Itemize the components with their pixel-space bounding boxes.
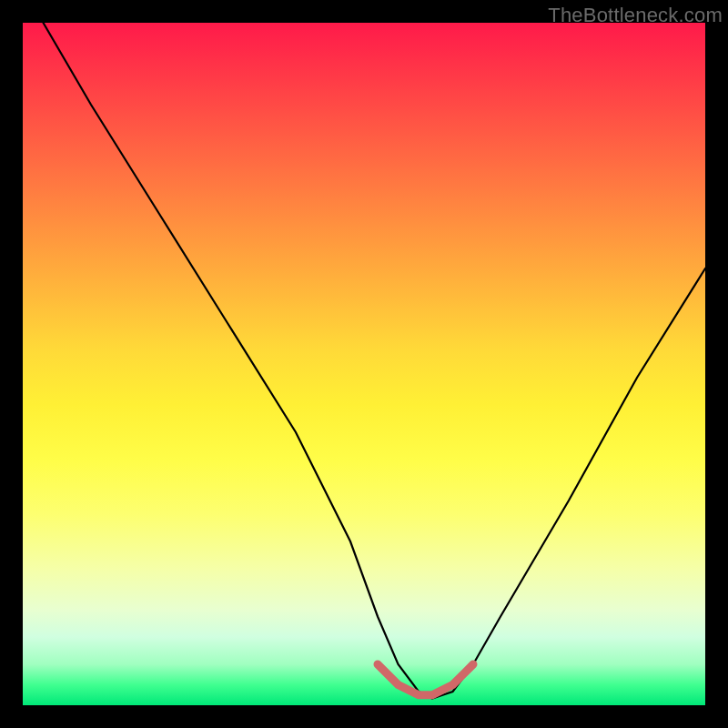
chart-plot-area xyxy=(23,23,705,705)
bottleneck-curve-path xyxy=(44,23,706,699)
chart-svg xyxy=(23,23,705,705)
optimal-range-highlight-path xyxy=(378,664,473,695)
watermark-text: TheBottleneck.com xyxy=(548,4,723,27)
